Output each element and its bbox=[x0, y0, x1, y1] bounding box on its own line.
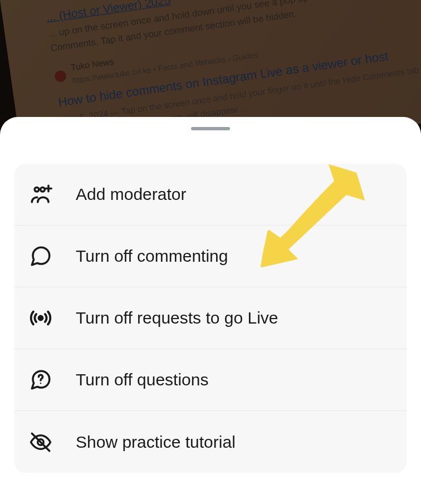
turn-off-commenting-item[interactable]: Turn off commenting bbox=[14, 226, 407, 287]
menu-label: Turn off commenting bbox=[76, 247, 228, 266]
sheet-drag-handle[interactable] bbox=[191, 127, 230, 130]
menu-label: Add moderator bbox=[76, 185, 186, 204]
turn-off-requests-item[interactable]: Turn off requests to go Live bbox=[14, 287, 407, 349]
svg-point-1 bbox=[41, 187, 45, 192]
show-practice-tutorial-item[interactable]: Show practice tutorial bbox=[14, 411, 407, 473]
question-icon bbox=[28, 367, 53, 393]
menu-list: Add moderator Turn off commenting Tu bbox=[14, 164, 407, 473]
add-moderator-icon bbox=[28, 182, 53, 207]
live-broadcast-icon bbox=[28, 305, 53, 331]
comment-icon bbox=[28, 243, 53, 269]
eye-off-icon bbox=[28, 429, 53, 455]
menu-label: Show practice tutorial bbox=[76, 433, 236, 452]
svg-point-5 bbox=[40, 383, 41, 384]
bottom-sheet: Add moderator Turn off commenting Tu bbox=[0, 117, 421, 504]
menu-label: Turn off questions bbox=[76, 370, 208, 389]
svg-point-0 bbox=[35, 187, 39, 192]
menu-label: Turn off requests to go Live bbox=[76, 309, 278, 327]
svg-point-4 bbox=[39, 316, 43, 320]
turn-off-questions-item[interactable]: Turn off questions bbox=[14, 349, 407, 411]
add-moderator-item[interactable]: Add moderator bbox=[14, 164, 407, 226]
